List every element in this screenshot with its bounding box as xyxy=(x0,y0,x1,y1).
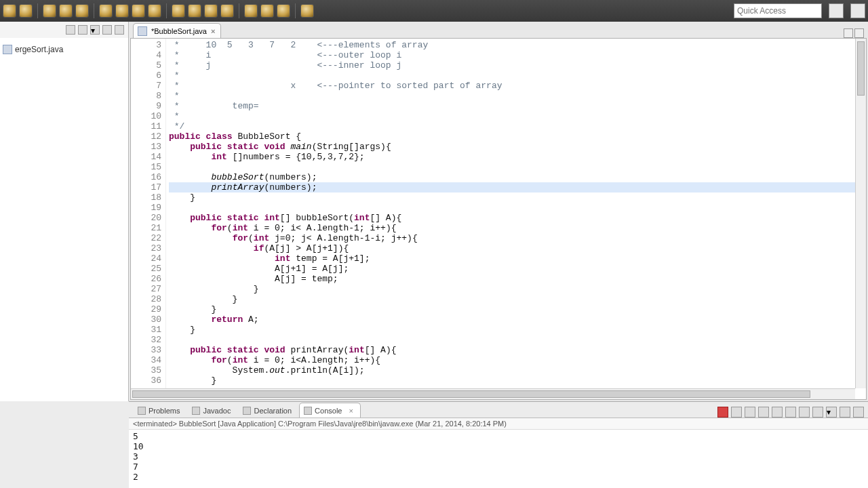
view-menu-icon[interactable]: ▾ xyxy=(826,407,837,418)
remove-launch-icon[interactable] xyxy=(731,407,742,418)
tab-label: Javadoc xyxy=(203,407,231,415)
tab-declaration[interactable]: Declaration xyxy=(238,403,299,418)
editor-tabstrip: *BubbleSort.java × xyxy=(129,22,868,38)
toolbar-button[interactable] xyxy=(260,4,274,18)
bottom-views: ProblemsJavadocDeclarationConsole× ▾ <te… xyxy=(129,401,868,488)
tab-label: Problems xyxy=(149,407,180,415)
toolbar-button[interactable] xyxy=(99,4,113,18)
quick-access-input[interactable] xyxy=(734,3,822,18)
toolbar-button[interactable] xyxy=(43,4,56,18)
line-number-gutter: 3456789101112131415161718192021222324252… xyxy=(139,39,166,399)
link-editor-icon[interactable] xyxy=(78,25,87,35)
open-console-icon[interactable] xyxy=(812,407,823,418)
console-header: <terminated> BubbleSort [Java Applicatio… xyxy=(129,418,868,430)
toolbar-separator xyxy=(295,3,296,18)
package-explorer-view: ▾ ergeSort.java xyxy=(0,22,129,401)
toolbar-button[interactable] xyxy=(204,4,218,18)
vertical-scrollbar[interactable] xyxy=(855,39,866,388)
toolbar-button[interactable] xyxy=(3,4,16,18)
java-file-icon xyxy=(3,45,12,54)
editor-tab[interactable]: *BubbleSort.java × xyxy=(133,23,221,38)
tab-problems[interactable]: Problems xyxy=(133,403,187,418)
toolbar-separator xyxy=(37,3,38,18)
toolbar-button[interactable] xyxy=(277,4,290,18)
bottom-tabstrip: ProblemsJavadocDeclarationConsole× ▾ xyxy=(129,402,868,418)
toolbar-button[interactable] xyxy=(59,4,73,18)
editor-tab-title: *BubbleSort.java xyxy=(151,27,207,35)
view-menu-icon[interactable]: ▾ xyxy=(90,25,100,35)
toolbar-separator xyxy=(94,3,94,18)
horizontal-scrollbar[interactable] xyxy=(131,388,855,399)
tab-console[interactable]: Console× xyxy=(299,403,361,418)
pin-console-icon[interactable] xyxy=(785,407,796,418)
code-content[interactable]: * 10 5 3 7 2 <---elements of array * i <… xyxy=(166,39,866,399)
remove-all-icon[interactable] xyxy=(745,407,755,418)
toolbar-button[interactable] xyxy=(75,4,89,18)
console-toolbar: ▾ xyxy=(717,407,868,418)
problems-icon xyxy=(138,407,146,415)
list-item[interactable]: ergeSort.java xyxy=(3,43,125,56)
minimize-icon[interactable] xyxy=(844,28,853,38)
toolbar-button[interactable] xyxy=(220,4,234,18)
declaration-icon xyxy=(243,407,251,415)
tab-javadoc[interactable]: Javadoc xyxy=(187,403,238,418)
scroll-lock-icon[interactable] xyxy=(772,407,783,418)
toolbar-button[interactable] xyxy=(172,4,185,18)
toolbar-button[interactable] xyxy=(188,4,201,18)
toolbar-button[interactable] xyxy=(132,4,145,18)
toolbar-button[interactable] xyxy=(300,4,314,18)
toolbar-button[interactable] xyxy=(244,4,258,18)
editor-area: *BubbleSort.java × 345678910111213141516… xyxy=(129,22,868,401)
close-icon[interactable]: × xyxy=(211,27,215,35)
toolbar-button[interactable] xyxy=(148,4,161,18)
folding-ruler[interactable] xyxy=(131,39,139,399)
display-console-icon[interactable] xyxy=(799,407,810,418)
toolbar-button[interactable] xyxy=(115,4,129,18)
tab-label: Declaration xyxy=(254,407,292,415)
terminate-icon[interactable] xyxy=(717,407,728,418)
perspective-switcher[interactable] xyxy=(829,3,844,18)
main-toolbar xyxy=(0,0,868,22)
maximize-icon[interactable] xyxy=(115,25,124,35)
close-icon[interactable]: × xyxy=(349,407,353,415)
clear-console-icon[interactable] xyxy=(758,407,769,418)
toolbar-separator xyxy=(239,3,239,18)
tab-label: Console xyxy=(315,407,342,415)
perspective-java[interactable] xyxy=(850,3,865,18)
minimize-icon[interactable] xyxy=(840,407,850,418)
console-output[interactable]: 510372 xyxy=(129,430,868,488)
file-label: ergeSort.java xyxy=(15,45,63,54)
java-file-icon xyxy=(138,26,147,36)
maximize-icon[interactable] xyxy=(853,407,864,418)
maximize-icon[interactable] xyxy=(854,28,864,38)
source-editor[interactable]: 3456789101112131415161718192021222324252… xyxy=(130,38,867,400)
console-icon xyxy=(304,407,312,415)
explorer-tree[interactable]: ergeSort.java xyxy=(0,38,128,401)
toolbar-separator xyxy=(166,3,167,18)
collapse-all-icon[interactable] xyxy=(66,25,75,35)
javadoc-icon xyxy=(192,407,200,415)
explorer-toolbar: ▾ xyxy=(0,22,128,38)
toolbar-button[interactable] xyxy=(19,4,33,18)
minimize-icon[interactable] xyxy=(102,25,112,35)
